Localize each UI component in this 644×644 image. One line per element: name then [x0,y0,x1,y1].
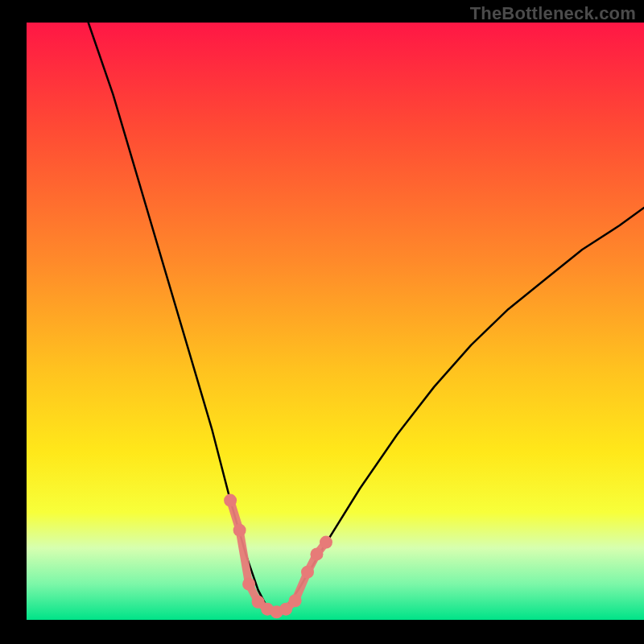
highlight-dot [301,566,314,579]
bottleneck-chart [0,0,644,644]
highlight-dot [242,577,255,590]
highlight-dot [289,594,302,607]
highlight-dot [224,494,237,507]
watermark-label: TheBottleneck.com [470,3,636,24]
chart-stage: TheBottleneck.com [0,0,644,644]
highlight-dot [310,547,323,560]
highlight-dot [320,536,332,549]
highlight-dot [233,524,246,537]
